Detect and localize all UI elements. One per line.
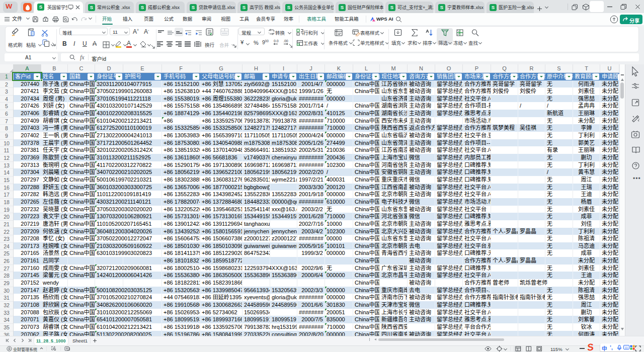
svg-text:0.0: 0.0	[274, 39, 279, 43]
svg-text:.00: .00	[283, 39, 288, 43]
